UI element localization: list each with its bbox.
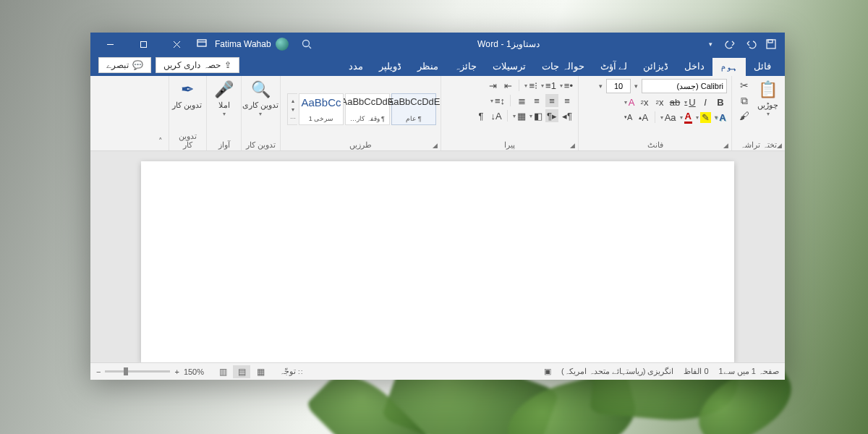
ribbon-tabs: فائل ہوم داخل ڈیزائن لے آؤٹ حوالہ جات تر… xyxy=(90,56,785,76)
search-icon[interactable] xyxy=(296,34,318,54)
rtl-direction-button[interactable]: ¶◂ xyxy=(561,109,574,122)
tab-design[interactable]: ڈیزائن xyxy=(635,57,676,76)
multilevel-list-button[interactable]: ⁝≡ xyxy=(524,79,538,92)
align-left-button[interactable]: ≡ xyxy=(530,94,543,107)
justify-button[interactable]: ≣ xyxy=(515,94,528,107)
copy-icon[interactable]: ⧉ xyxy=(736,94,752,107)
find-button[interactable]: 🔍 تدوین کاری ▾ xyxy=(245,79,276,117)
paragraph-dialog-launcher[interactable]: ◢ xyxy=(570,142,575,149)
tab-review[interactable]: جائزہ xyxy=(446,57,485,76)
chevron-down-icon[interactable]: ▾ xyxy=(597,82,604,90)
page[interactable] xyxy=(141,161,734,362)
italic-button[interactable]: I xyxy=(699,95,712,109)
zoom-slider[interactable] xyxy=(105,370,170,373)
doc-name: دستاویز1 xyxy=(506,39,540,49)
underline-button[interactable]: U xyxy=(684,95,697,109)
minimize-button[interactable] xyxy=(93,33,127,56)
document-area[interactable] xyxy=(90,151,785,362)
text-effects-button[interactable]: A xyxy=(714,111,727,124)
view-buttons: ▥ ▤ ▦ xyxy=(214,365,269,378)
group-editor: ✒ تدوین کار تدوین کار xyxy=(169,76,206,150)
close-button[interactable] xyxy=(160,33,193,56)
superscript-button[interactable]: x2 xyxy=(638,95,651,109)
strikethrough-button[interactable]: ab xyxy=(668,95,681,109)
show-marks-button[interactable]: ¶ xyxy=(475,109,488,122)
language-indicator[interactable]: انگریزی (ریاستہائے متحدہ امریکہ) xyxy=(561,367,674,376)
font-color-button[interactable]: A xyxy=(679,111,693,124)
style-normal[interactable]: AaBbCcDdE ¶ عام xyxy=(391,93,436,125)
sort-button[interactable]: A↓ xyxy=(490,109,503,122)
user-name: Fatima Wahab xyxy=(215,39,271,49)
bullets-button[interactable]: •≡ xyxy=(559,79,574,92)
page-indicator[interactable]: صفحہ 1 میں سے1 xyxy=(719,367,779,376)
group-styles: AaBbCcDdE ¶ عام AaBbCcDdE ¶ وقفہ کار… Aa… xyxy=(280,76,441,150)
zoom-out-button[interactable]: − xyxy=(96,367,101,376)
align-right-button[interactable]: ≡ xyxy=(561,94,574,107)
paste-button[interactable]: 📋 چوڑیں ▾ xyxy=(755,79,780,117)
svg-line-3 xyxy=(309,46,311,48)
app-name: Word xyxy=(477,39,498,49)
collapse-ribbon-button[interactable]: ˄ xyxy=(153,76,169,150)
macro-indicator[interactable]: ▣ xyxy=(544,367,551,376)
tab-file[interactable]: فائل xyxy=(746,57,779,76)
comments-button[interactable]: 💬تبصرے xyxy=(98,57,151,73)
zoom-level[interactable]: 150% xyxy=(184,367,204,376)
tab-view[interactable]: منظر xyxy=(409,57,446,76)
focus-mode[interactable]: ⸬ توجّہ xyxy=(279,367,303,376)
grow-font-button[interactable]: A▴ xyxy=(637,111,650,124)
tab-layout[interactable]: لے آؤٹ xyxy=(592,57,635,76)
redo-icon[interactable] xyxy=(721,34,740,54)
highlight-button[interactable]: ✎ xyxy=(695,111,712,124)
increase-indent-button[interactable]: ⇥ xyxy=(486,79,499,92)
align-center-button[interactable]: ≡ xyxy=(545,94,558,107)
shading-button[interactable]: ◧ xyxy=(529,109,543,122)
avatar xyxy=(276,38,289,51)
print-layout-button[interactable]: ▤ xyxy=(233,365,250,378)
borders-button[interactable]: ▦ xyxy=(512,109,527,122)
ribbon-display-options-icon[interactable] xyxy=(196,38,208,51)
cut-icon[interactable]: ✂ xyxy=(736,79,752,92)
editor-button[interactable]: ✒ تدوین کار xyxy=(172,79,202,109)
clipboard-dialog-launcher[interactable]: ◢ xyxy=(777,142,782,149)
change-case-button[interactable]: Aa xyxy=(660,111,677,124)
qat-customize-icon[interactable]: ▾ xyxy=(701,34,720,54)
web-layout-button[interactable]: ▦ xyxy=(252,365,269,378)
group-paragraph: •≡ 1≡ ⁝≡ ⇤ ⇥ ≡ ≡ ≡ ≣ ↕≡ xyxy=(441,76,578,150)
line-spacing-button[interactable]: ↕≡ xyxy=(490,94,506,107)
tab-developer[interactable]: ڈویلپر xyxy=(371,57,409,76)
font-size-input[interactable] xyxy=(606,79,631,93)
tab-mailings[interactable]: ترسیلات xyxy=(485,57,534,76)
tab-insert[interactable]: داخل xyxy=(676,57,712,76)
zoom-in-button[interactable]: + xyxy=(174,367,179,376)
styles-dialog-launcher[interactable]: ◢ xyxy=(433,142,438,149)
clipboard-icon: 📋 xyxy=(758,80,778,99)
decrease-indent-button[interactable]: ⇤ xyxy=(501,79,514,92)
style-no-spacing[interactable]: AaBbCcDdE ¶ وقفہ کار… xyxy=(345,93,390,125)
font-name-input[interactable] xyxy=(642,79,727,93)
chevron-down-icon[interactable]: ▾ xyxy=(633,82,639,90)
undo-icon[interactable] xyxy=(741,34,760,54)
shrink-font-button[interactable]: A▾ xyxy=(622,111,635,124)
styles-more-button[interactable]: ▴▾⋯ xyxy=(287,93,297,125)
tab-references[interactable]: حوالہ جات xyxy=(534,57,592,76)
svg-rect-4 xyxy=(197,40,206,46)
style-heading-1[interactable]: AaBbCc سرخی 1 xyxy=(299,93,344,125)
numbering-button[interactable]: 1≡ xyxy=(540,79,557,92)
save-icon[interactable] xyxy=(762,34,780,54)
bold-button[interactable]: B xyxy=(714,95,727,109)
microphone-icon: 🎤 xyxy=(214,80,234,99)
subscript-button[interactable]: x2 xyxy=(653,95,666,109)
read-mode-button[interactable]: ▥ xyxy=(214,365,231,378)
clear-formatting-button[interactable]: A xyxy=(623,95,636,109)
pen-icon: ✒ xyxy=(181,80,194,99)
word-count[interactable]: 0 الفاظ xyxy=(684,367,708,376)
ltr-direction-button[interactable]: ▸¶ xyxy=(545,109,558,122)
share-button[interactable]: ⇪حصہ داری کریں xyxy=(156,57,239,73)
tab-home[interactable]: ہوم xyxy=(712,58,746,76)
format-painter-icon[interactable]: 🖌 xyxy=(736,109,752,122)
font-dialog-launcher[interactable]: ◢ xyxy=(723,142,728,149)
dictate-button[interactable]: 🎤 املا ▾ xyxy=(211,79,237,117)
tab-help[interactable]: مدد xyxy=(341,57,371,76)
maximize-button[interactable] xyxy=(127,33,160,56)
user-account[interactable]: Fatima Wahab xyxy=(210,38,293,51)
